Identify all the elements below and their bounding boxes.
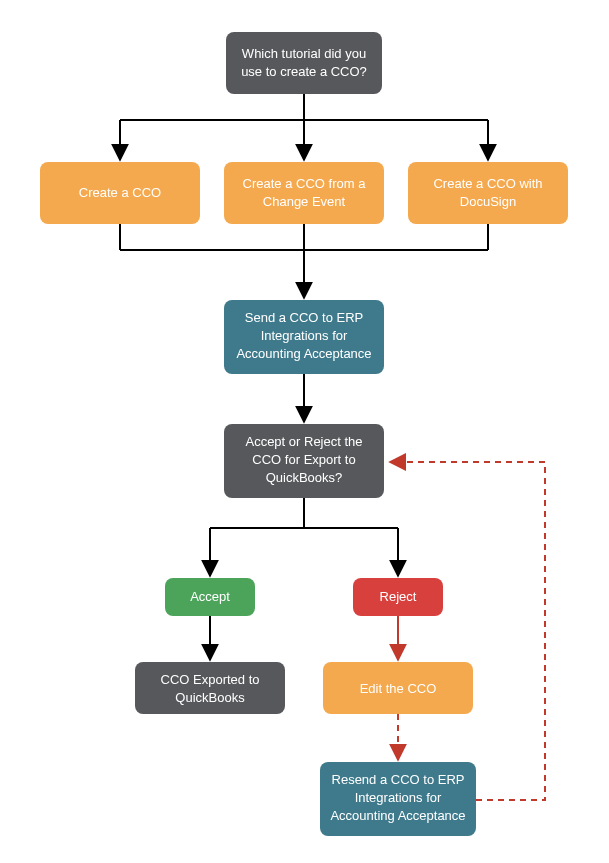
node-accept: Accept [165,578,255,616]
svg-rect-26 [135,662,285,714]
node-resend-erp: Resend a CCO to ERP Integrations for Acc… [320,762,476,836]
node-decide-line2: CCO for Export to [252,452,355,467]
node-optC-line2: DocuSign [460,194,516,209]
node-resend-line1: Resend a CCO to ERP [332,772,465,787]
node-start-line2: use to create a CCO? [241,64,367,79]
svg-rect-20 [224,162,384,224]
node-create-cco-line1: Create a CCO [79,185,161,200]
node-send-erp: Send a CCO to ERP Integrations for Accou… [224,300,384,374]
svg-rect-21 [408,162,568,224]
edges-red-dashed [390,462,545,800]
node-exported-line2: QuickBooks [175,690,245,705]
node-reject: Reject [353,578,443,616]
node-edit-cco: Edit the CCO [323,662,473,714]
node-edit-line1: Edit the CCO [360,681,437,696]
node-decide-line1: Accept or Reject the [245,434,362,449]
node-reject-line1: Reject [380,589,417,604]
node-start: Which tutorial did you use to create a C… [226,32,382,94]
node-send-line2: Integrations for [261,328,348,343]
node-exported-line1: CCO Exported to [161,672,260,687]
node-cco-exported: CCO Exported to QuickBooks [135,662,285,714]
node-start-line1: Which tutorial did you [242,46,366,61]
node-resend-line3: Accounting Acceptance [330,808,465,823]
node-send-line3: Accounting Acceptance [236,346,371,361]
flowchart: Which tutorial did you use to create a C… [0,0,609,863]
node-create-cco: Create a CCO [40,162,200,224]
node-optB-line1: Create a CCO from a [243,176,367,191]
node-accept-line1: Accept [190,589,230,604]
node-create-cco-change-event: Create a CCO from a Change Event [224,162,384,224]
svg-rect-18 [226,32,382,94]
node-optB-line2: Change Event [263,194,346,209]
node-send-line1: Send a CCO to ERP [245,310,364,325]
node-accept-reject-decision: Accept or Reject the CCO for Export to Q… [224,424,384,498]
node-create-cco-docusign: Create a CCO with DocuSign [408,162,568,224]
node-resend-line2: Integrations for [355,790,442,805]
node-optC-line1: Create a CCO with [433,176,542,191]
node-decide-line3: QuickBooks? [266,470,343,485]
